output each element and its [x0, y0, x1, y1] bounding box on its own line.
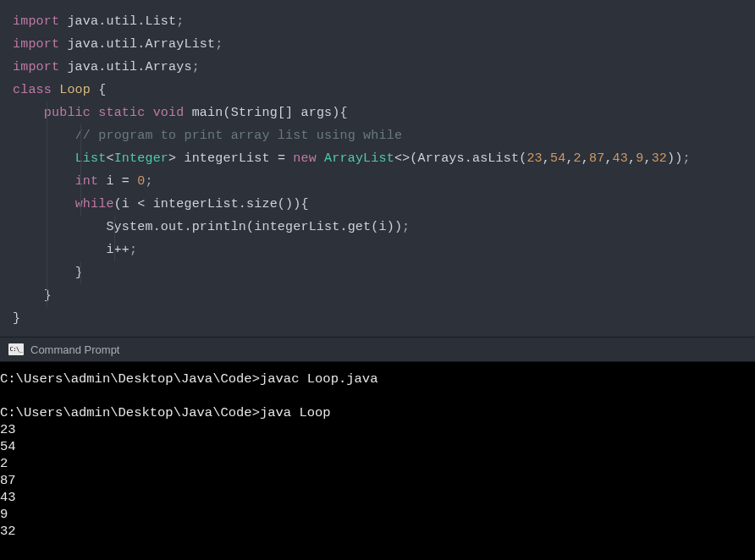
semicolon: ; [145, 174, 152, 189]
terminal-line: C:\Users\admin\Desktop\Java\Code>javac L… [0, 371, 755, 387]
prompt-path: C:\Users\admin\Desktop\Java\Code> [0, 371, 260, 387]
keyword-import: import [13, 37, 59, 52]
brace: } [75, 266, 83, 280]
ctor-args: <>(Arrays.asList( [394, 151, 526, 166]
statement: System.out.println(integerList.get(i)) [106, 220, 402, 234]
code-line: // program to print array list using whi… [13, 124, 755, 147]
method-signature: main(String[] args){ [184, 106, 347, 120]
indent [13, 174, 75, 189]
code-line: i++; [13, 239, 755, 261]
output-line: 2 [0, 455, 755, 472]
code-line: import java.util.List; [13, 10, 755, 33]
indent [13, 129, 75, 143]
terminal-line: C:\Users\admin\Desktop\Java\Code>java Lo… [0, 404, 755, 421]
indent [13, 220, 106, 234]
code-line: import java.util.ArrayList; [13, 33, 755, 56]
semicolon: ; [682, 151, 690, 166]
keyword-class: class [13, 83, 52, 97]
terminal-title: Command Prompt [30, 343, 119, 356]
var-decl: i = [98, 174, 137, 189]
semicolon: ; [176, 14, 184, 29]
keyword-void: void [153, 106, 185, 120]
code-line: class Loop { [13, 79, 755, 102]
keyword-public: public [44, 106, 91, 120]
comma: , [604, 151, 612, 166]
number: 2 [574, 151, 581, 166]
output-line: 87 [0, 472, 755, 489]
output-line: 54 [0, 438, 755, 455]
statement: i++ [106, 243, 130, 257]
terminal-output[interactable]: C:\Users\admin\Desktop\Java\Code>javac L… [0, 362, 755, 560]
while-condition: (i < integerList.size()){ [114, 197, 309, 211]
semicolon: ; [192, 60, 200, 74]
number: 54 [550, 151, 565, 166]
comma: , [543, 151, 550, 166]
indent [13, 151, 75, 166]
semicolon: ; [130, 243, 137, 257]
keyword-while: while [75, 197, 114, 211]
semicolon: ; [215, 37, 223, 52]
number: 32 [652, 151, 667, 166]
command: javac Loop.java [260, 371, 378, 387]
code-line: List<Integer> integerList = new ArrayLis… [13, 147, 755, 170]
brace: { [98, 83, 106, 97]
space [91, 106, 98, 120]
comma: , [628, 151, 636, 166]
command: java Loop [260, 405, 331, 420]
comma: , [581, 151, 589, 166]
code-line: } [13, 284, 755, 307]
number: 87 [589, 151, 604, 166]
comma: , [643, 151, 651, 166]
output-line: 23 [0, 421, 755, 438]
import-path: java.util.Arrays [59, 60, 191, 74]
indent [13, 106, 44, 120]
number: 43 [613, 151, 628, 166]
import-path: java.util.ArrayList [59, 37, 215, 52]
type-list: List [75, 151, 107, 166]
prompt-path: C:\Users\admin\Desktop\Java\Code> [0, 405, 260, 420]
keyword-import: import [13, 14, 59, 29]
keyword-new: new [293, 151, 317, 166]
terminal-title-bar: Command Prompt [0, 337, 755, 362]
terminal-blank-line [0, 387, 755, 404]
keyword-static: static [98, 106, 145, 120]
comma: , [565, 151, 573, 166]
code-line: import java.util.Arrays; [13, 56, 755, 79]
indent [13, 266, 75, 280]
output-line: 9 [0, 506, 755, 523]
comment: // program to print array list using whi… [75, 129, 402, 143]
class-name: Loop [52, 83, 98, 97]
brace: } [44, 288, 52, 303]
brace: } [13, 311, 20, 326]
code-line: public static void main(String[] args){ [13, 102, 755, 124]
indent [13, 197, 75, 211]
space [317, 151, 324, 166]
type-integer: Integer [114, 151, 168, 166]
code-editor[interactable]: import java.util.List; import java.util.… [0, 0, 755, 337]
type-arraylist: ArrayList [324, 151, 394, 166]
code-line: System.out.println(integerList.get(i)); [13, 216, 755, 239]
keyword-import: import [13, 60, 59, 74]
indent [13, 243, 106, 257]
indent [13, 288, 44, 303]
close-parens: )) [667, 151, 682, 166]
output-line: 32 [0, 523, 755, 540]
command-prompt-icon [8, 343, 24, 355]
code-line: int i = 0; [13, 170, 755, 193]
output-line: 43 [0, 489, 755, 506]
keyword-int: int [75, 174, 99, 189]
import-path: java.util.List [59, 14, 176, 29]
code-line: } [13, 261, 755, 284]
code-line: while(i < integerList.size()){ [13, 193, 755, 216]
generic-close: > [168, 151, 184, 166]
semicolon: ; [402, 220, 410, 234]
space [145, 106, 152, 120]
code-line: } [13, 307, 755, 330]
generic-open: < [106, 151, 113, 166]
var-decl: integerList = [184, 151, 293, 166]
number: 23 [526, 151, 542, 166]
